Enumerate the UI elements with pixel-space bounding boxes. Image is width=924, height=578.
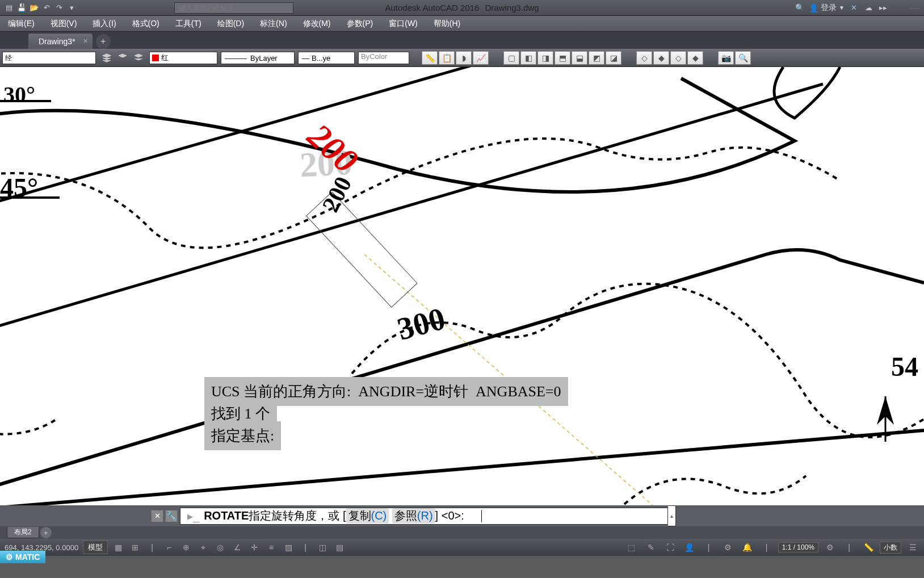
cmd-close-button[interactable]: ✕ bbox=[151, 510, 163, 522]
units-combo[interactable]: 小数 bbox=[880, 542, 901, 554]
grid-icon[interactable]: ▦ bbox=[110, 541, 126, 554]
measure-icon[interactable]: 📏 bbox=[422, 51, 438, 65]
cloud-icon[interactable]: ☁ bbox=[863, 2, 874, 14]
iso-bot-icon[interactable]: ⬓ bbox=[572, 51, 587, 65]
workspace-icon[interactable]: ⚙ bbox=[720, 541, 736, 554]
iso-draft-icon[interactable]: ⬚ bbox=[624, 541, 640, 554]
zoom-icon[interactable]: 🔍 bbox=[735, 51, 751, 65]
otrack-icon[interactable]: ∠ bbox=[229, 541, 245, 554]
app-menu-icon[interactable]: ▤ bbox=[3, 2, 15, 14]
diamond4-icon[interactable]: ◆ bbox=[687, 51, 703, 65]
redo-icon[interactable]: ↷ bbox=[53, 2, 65, 14]
dyn-icon[interactable]: ✛ bbox=[246, 541, 262, 554]
open-icon[interactable]: 📂 bbox=[28, 2, 40, 14]
layout-add-button[interactable]: + bbox=[40, 527, 52, 538]
trans-icon[interactable]: ▨ bbox=[280, 541, 296, 554]
sep3: | bbox=[701, 541, 717, 554]
custom-icon[interactable]: ☰ bbox=[905, 541, 921, 554]
layer-combo[interactable] bbox=[2, 52, 96, 64]
cmd-tail: ] <0>: bbox=[435, 509, 464, 522]
menu-modify[interactable]: 修改(M) bbox=[295, 16, 339, 31]
diamond2-icon[interactable]: ◆ bbox=[653, 51, 669, 65]
iso-top-icon[interactable]: ⬒ bbox=[555, 51, 570, 65]
qat-more-icon[interactable]: ▾ bbox=[66, 2, 77, 14]
layout-tab-2[interactable]: 布局2 bbox=[7, 527, 39, 538]
layout-tab-bar: 布局2 + bbox=[0, 526, 924, 539]
polar-icon[interactable]: ⊕ bbox=[178, 541, 194, 554]
command-input[interactable]: ▸_ ROTATE 指定旋转角度，或 [ 复制(C) 参照(R) ] <0>: bbox=[180, 508, 668, 525]
cmd-recent-button[interactable]: 🔧 bbox=[165, 510, 178, 522]
watermark-badge: ⚙ MATIC bbox=[0, 551, 45, 563]
watermark-label: MATIC bbox=[15, 552, 40, 562]
minimize-button[interactable]: — bbox=[909, 2, 919, 14]
iso-left-icon[interactable]: ◧ bbox=[520, 51, 536, 65]
layer-props-icon[interactable] bbox=[131, 52, 146, 64]
menu-parametric[interactable]: 参数(P) bbox=[339, 16, 381, 31]
close-icon[interactable]: ✕ bbox=[83, 37, 88, 45]
model-space-button[interactable]: 模型 bbox=[83, 541, 108, 554]
new-tab-button[interactable]: + bbox=[96, 34, 111, 49]
menu-dimension[interactable]: 标注(N) bbox=[252, 16, 295, 31]
app-title: Autodesk AutoCAD 2016 bbox=[385, 3, 480, 12]
diamond3-icon[interactable]: ◇ bbox=[670, 51, 686, 65]
anno-icon[interactable]: ✎ bbox=[643, 541, 659, 554]
anno-scale-icon[interactable]: ⛶ bbox=[662, 541, 678, 554]
contour-54: 54 bbox=[891, 351, 918, 382]
menu-insert[interactable]: 插入(I) bbox=[85, 16, 124, 31]
search-icon[interactable]: 🔍 bbox=[794, 2, 805, 14]
snap-icon[interactable]: ⊞ bbox=[127, 541, 143, 554]
menu-draw[interactable]: 绘图(D) bbox=[209, 16, 252, 31]
single-vp-icon[interactable]: ▢ bbox=[503, 51, 519, 65]
menu-edit[interactable]: 编辑(E) bbox=[0, 16, 43, 31]
cmd-history-toggle[interactable]: ▴ bbox=[668, 505, 676, 526]
color-combo[interactable]: 红 bbox=[149, 52, 217, 64]
menu-view[interactable]: 视图(V) bbox=[43, 16, 85, 31]
layer-prev-icon[interactable] bbox=[115, 52, 130, 64]
diamond1-icon[interactable]: ◇ bbox=[636, 51, 652, 65]
3dosnap-icon[interactable]: ◎ bbox=[212, 541, 228, 554]
lw-icon[interactable]: ≡ bbox=[263, 541, 279, 554]
menu-window[interactable]: 窗口(W) bbox=[381, 16, 426, 31]
command-line-area: ✕ 🔧 ▸_ ROTATE 指定旋转角度，或 [ 复制(C) 参照(R) ] <… bbox=[0, 505, 924, 526]
lineweight-combo[interactable]: —B...ye bbox=[298, 52, 355, 64]
person-icon[interactable]: 👤 bbox=[682, 541, 698, 554]
cmd-prompt-text: 指定旋转角度，或 [ bbox=[249, 508, 346, 523]
chart-icon[interactable]: 📈 bbox=[473, 51, 489, 65]
iso-right-icon[interactable]: ◨ bbox=[537, 51, 553, 65]
anno-mon-icon[interactable]: 🔔 bbox=[740, 541, 755, 554]
menu-format[interactable]: 格式(O) bbox=[124, 16, 167, 31]
sep4: | bbox=[759, 541, 775, 554]
search-input[interactable] bbox=[174, 2, 293, 14]
cmd-option-copy[interactable]: 复制(C) bbox=[346, 508, 389, 523]
undo-icon[interactable]: ↶ bbox=[41, 2, 52, 14]
save-icon[interactable]: 💾 bbox=[16, 2, 27, 14]
iso-sw-icon[interactable]: ◩ bbox=[589, 51, 604, 65]
login-button[interactable]: 👤 登录 ▼ bbox=[809, 3, 845, 13]
cycle-icon[interactable]: ◫ bbox=[314, 541, 330, 554]
ws-switch-icon[interactable]: ⚙ bbox=[822, 541, 838, 554]
linetype-label: ByLayer bbox=[250, 54, 278, 62]
drafting-settings: ▦ ⊞ | ⌐ ⊕ ⌖ ◎ ∠ ✛ ≡ ▨ | ◫ ▤ bbox=[110, 541, 347, 554]
exchange-icon[interactable]: ✕ bbox=[848, 2, 859, 14]
layer-state-icon[interactable] bbox=[99, 52, 114, 64]
lineweight-label: B...ye bbox=[312, 54, 330, 62]
camera-icon[interactable]: 📷 bbox=[718, 51, 734, 65]
menu-tools[interactable]: 工具(T) bbox=[167, 16, 209, 31]
osnap-icon[interactable]: ⌖ bbox=[195, 541, 211, 554]
cmd-option-reference[interactable]: 参照(R) bbox=[392, 508, 435, 523]
sheet-icon[interactable]: 📋 bbox=[439, 51, 455, 65]
units-icon[interactable]: 📏 bbox=[860, 541, 876, 554]
cmd-history-line-3: 指定基点: bbox=[204, 421, 281, 450]
menu-help[interactable]: 帮助(H) bbox=[426, 16, 468, 31]
more-icon[interactable]: ▸▸ bbox=[877, 2, 889, 14]
section-icon[interactable]: ◗ bbox=[456, 51, 472, 65]
qp-icon[interactable]: ▤ bbox=[331, 541, 347, 554]
document-tab[interactable]: Drawing3* ✕ bbox=[28, 33, 93, 49]
linetype-combo[interactable]: ———ByLayer bbox=[221, 52, 295, 64]
iso-ne-icon[interactable]: ◪ bbox=[606, 51, 621, 65]
ortho-icon[interactable]: ⌐ bbox=[161, 541, 177, 554]
plotstyle-combo[interactable]: ByColor bbox=[358, 52, 409, 64]
drawing-content bbox=[0, 67, 924, 505]
drawing-canvas[interactable]: 30° 45° 200 200 200 300 54 UCS 当前的正角方向: … bbox=[0, 67, 924, 505]
zoom-combo[interactable]: 1:1 / 100% bbox=[778, 542, 818, 552]
